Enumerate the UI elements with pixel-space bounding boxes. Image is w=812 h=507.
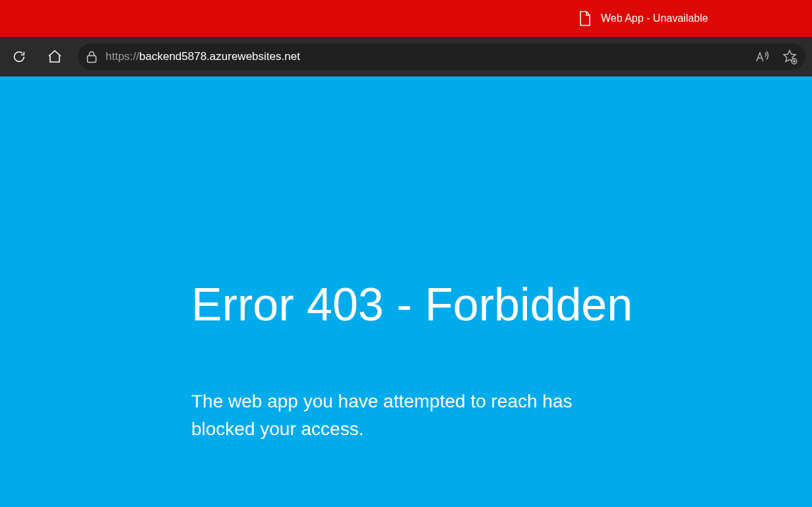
error-message: The web app you have attempted to reach … [191,388,640,443]
favorite-icon[interactable] [782,49,797,65]
page-content: Error 403 - Forbidden The web app you ha… [0,76,812,507]
svg-rect-0 [88,56,96,63]
lock-icon [86,50,98,63]
browser-toolbar: https://backend5878.azurewebsites.net [0,37,812,76]
reload-button[interactable] [7,44,32,69]
browser-tab-strip: Web App - Unavailable [0,0,812,37]
url-scheme: https:// [106,50,139,63]
url-host: backend5878.azurewebsites.net [139,50,300,63]
address-bar[interactable]: https://backend5878.azurewebsites.net [78,44,805,70]
home-button[interactable] [42,44,67,69]
url-text: https://backend5878.azurewebsites.net [106,50,300,63]
tab-title: Web App - Unavailable [601,13,708,24]
browser-tab[interactable]: Web App - Unavailable [563,0,724,37]
page-icon [578,11,592,26]
error-heading: Error 403 - Forbidden [191,281,772,330]
read-aloud-icon[interactable] [754,49,770,64]
